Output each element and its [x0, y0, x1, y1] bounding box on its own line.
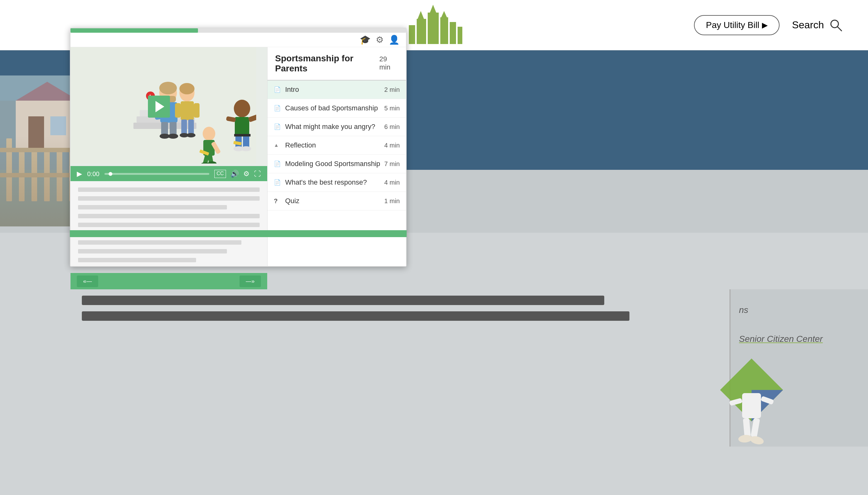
item-duration-modeling: 7 min: [384, 160, 400, 168]
svg-point-45: [179, 83, 195, 95]
course-item-intro[interactable]: 📄 Intro 2 min: [268, 81, 406, 99]
course-item-quiz[interactable]: ? Quiz 1 min: [268, 192, 406, 210]
svg-rect-75: [729, 398, 743, 406]
play-triangle-icon: [155, 101, 164, 112]
svg-rect-21: [450, 22, 456, 44]
progress-indicator: [108, 172, 112, 176]
svg-rect-18: [417, 19, 426, 44]
svg-rect-15: [50, 116, 66, 135]
time-display: 0:00: [87, 170, 99, 178]
item-label-quiz: Quiz: [285, 197, 381, 205]
desc-line-1: [78, 187, 260, 192]
course-item-modeling[interactable]: 📄 Modeling Good Sportsmanship 7 min: [268, 155, 406, 173]
item-icon-reflection: ▲: [274, 142, 281, 148]
svg-line-27: [837, 27, 841, 31]
prev-arrows-icon: «—: [83, 278, 92, 285]
svg-rect-19: [428, 13, 439, 44]
course-item-causes[interactable]: 📄 Causes of bad Sportsmanship 5 min: [268, 99, 406, 118]
svg-rect-67: [234, 134, 251, 136]
svg-rect-46: [181, 101, 194, 120]
sidebar-text-1: ns: [739, 305, 858, 315]
svg-rect-47: [194, 103, 200, 118]
bar-1: [82, 296, 604, 305]
svg-marker-24: [418, 11, 424, 19]
modal-progress-fill: [70, 28, 198, 33]
svg-rect-49: [181, 120, 187, 135]
item-label-response: What's the best response?: [285, 178, 381, 187]
item-icon-angry: 📄: [274, 123, 281, 130]
svg-point-61: [234, 100, 250, 117]
course-item-reflection[interactable]: ▲ Reflection 4 min: [268, 136, 406, 155]
search-label: Search: [792, 19, 824, 31]
item-duration-angry: 6 min: [384, 123, 400, 131]
item-label-causes: Causes of bad Sportsmanship: [285, 104, 381, 112]
description-area: [70, 181, 267, 273]
prev-button[interactable]: «—: [77, 275, 98, 287]
modal-header: 🎓 ⚙ 👤: [70, 33, 406, 47]
desc-line-4: [78, 214, 260, 218]
svg-rect-48: [175, 103, 181, 118]
volume-icon[interactable]: 🔊: [230, 170, 239, 178]
svg-rect-77: [743, 418, 751, 438]
svg-point-53: [203, 127, 215, 140]
play-pause-button[interactable]: ▶: [77, 170, 82, 178]
graduation-icon[interactable]: 🎓: [360, 35, 371, 45]
play-button[interactable]: [148, 96, 170, 118]
item-label-angry: What might make you angry?: [285, 123, 381, 131]
item-icon-intro: 📄: [274, 86, 281, 93]
svg-point-70: [241, 146, 251, 151]
item-duration-quiz: 1 min: [384, 198, 400, 205]
next-button[interactable]: —»: [239, 275, 261, 287]
svg-marker-23: [430, 5, 436, 13]
item-icon-quiz: ?: [274, 198, 281, 205]
item-duration-intro: 2 min: [384, 86, 400, 93]
pay-utility-arrow: ▶: [762, 21, 768, 30]
settings-video-icon[interactable]: ⚙: [243, 170, 250, 178]
mascot-figure: [727, 393, 777, 457]
course-item-response[interactable]: 📄 What's the best response? 4 min: [268, 173, 406, 192]
svg-rect-12: [16, 101, 79, 148]
captions-icon[interactable]: CC: [214, 170, 226, 178]
svg-rect-20: [440, 17, 448, 44]
item-icon-modeling: 📄: [274, 160, 281, 167]
svg-point-33: [159, 82, 177, 95]
svg-rect-22: [457, 27, 462, 44]
modal-bottom-bar: [70, 230, 406, 237]
svg-rect-6: [57, 138, 62, 201]
user-icon[interactable]: 👤: [389, 35, 400, 45]
bottom-bars: [82, 296, 630, 327]
search-icon: [829, 18, 843, 32]
svg-rect-4: [32, 138, 37, 201]
fullscreen-icon[interactable]: ⛶: [254, 170, 261, 178]
svg-point-43: [168, 134, 178, 139]
pay-utility-label: Pay Utility Bill: [706, 20, 760, 30]
svg-rect-62: [235, 117, 249, 135]
svg-point-52: [187, 133, 196, 137]
desc-line-3: [78, 205, 227, 209]
svg-rect-50: [188, 120, 194, 135]
progress-track[interactable]: [104, 173, 209, 175]
search-area[interactable]: Search: [792, 18, 843, 32]
svg-rect-17: [409, 25, 415, 44]
course-item-angry[interactable]: 📄 What might make you angry? 6 min: [268, 118, 406, 136]
pay-utility-button[interactable]: Pay Utility Bill ▶: [694, 15, 780, 35]
desc-line-9: [78, 258, 196, 262]
svg-rect-14: [28, 116, 44, 148]
video-controls: ▶ 0:00 CC 🔊 ⚙ ⛶: [70, 167, 267, 181]
desc-line-8: [78, 249, 227, 254]
course-title-bar: Sportsmanship for Parents 29 min: [268, 47, 406, 81]
item-duration-reflection: 4 min: [384, 142, 400, 149]
desc-line-5: [78, 223, 260, 227]
svg-rect-74: [742, 393, 761, 418]
nav-arrows: «— —»: [70, 273, 267, 289]
settings-icon[interactable]: ⚙: [376, 35, 384, 45]
item-label-intro: Intro: [285, 86, 381, 94]
item-label-modeling: Modeling Good Sportsmanship: [285, 160, 381, 168]
item-icon-causes: 📄: [274, 105, 281, 112]
svg-point-80: [749, 435, 765, 446]
video-container: 1: [70, 47, 267, 167]
svg-marker-25: [441, 11, 447, 17]
item-label-reflection: Reflection: [285, 141, 381, 149]
svg-rect-76: [761, 396, 774, 405]
item-duration-causes: 5 min: [384, 105, 400, 112]
